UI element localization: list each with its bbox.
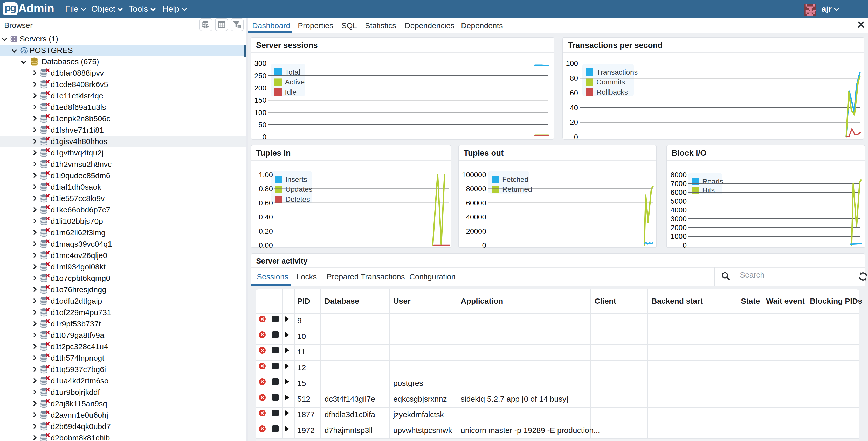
svg-text:0.00: 0.00 [259, 241, 273, 248]
svg-text:Total: Total [285, 68, 300, 76]
svg-text:60: 60 [570, 89, 578, 97]
svg-text:Updates: Updates [285, 185, 312, 193]
svg-text:100000: 100000 [462, 171, 486, 179]
svg-text:8000: 8000 [671, 171, 687, 179]
svg-text:50: 50 [258, 121, 267, 129]
svg-text:Returned: Returned [502, 185, 532, 193]
svg-text:5000: 5000 [671, 197, 687, 205]
svg-text:20000: 20000 [466, 227, 486, 235]
svg-text:Reads: Reads [702, 177, 723, 185]
svg-text:40000: 40000 [466, 213, 486, 221]
svg-text:100: 100 [566, 59, 578, 67]
svg-text:1000: 1000 [671, 232, 687, 240]
svg-text:Rollbacks: Rollbacks [596, 88, 628, 96]
svg-text:60000: 60000 [466, 199, 486, 207]
svg-text:Active: Active [285, 78, 305, 86]
svg-text:6000: 6000 [671, 189, 687, 196]
svg-text:0: 0 [683, 241, 687, 248]
svg-text:0: 0 [262, 133, 267, 140]
svg-text:200: 200 [254, 84, 267, 92]
svg-text:4000: 4000 [671, 206, 687, 214]
svg-text:Hits: Hits [702, 186, 715, 194]
svg-text:0: 0 [482, 241, 486, 248]
svg-text:0.80: 0.80 [259, 185, 273, 193]
svg-text:150: 150 [254, 96, 267, 104]
svg-text:Inserts: Inserts [285, 175, 307, 183]
svg-text:3000: 3000 [671, 215, 687, 223]
svg-text:Fetched: Fetched [502, 175, 528, 183]
svg-text:100: 100 [254, 108, 267, 116]
svg-text:40: 40 [570, 104, 578, 112]
svg-text:80000: 80000 [466, 185, 486, 193]
svg-text:0.40: 0.40 [259, 213, 273, 221]
svg-text:0: 0 [574, 133, 578, 140]
svg-text:300: 300 [254, 59, 267, 67]
svg-text:Transactions: Transactions [596, 68, 638, 76]
svg-text:Commits: Commits [596, 78, 625, 86]
svg-text:0.60: 0.60 [259, 199, 273, 207]
svg-text:2000: 2000 [671, 224, 687, 232]
svg-text:250: 250 [254, 72, 267, 80]
svg-text:Deletes: Deletes [285, 195, 310, 203]
svg-text:1.00: 1.00 [259, 171, 273, 179]
svg-text:20: 20 [570, 118, 578, 126]
svg-text:7000: 7000 [671, 179, 687, 188]
svg-text:80: 80 [570, 74, 578, 82]
svg-text:0.20: 0.20 [259, 227, 273, 235]
svg-text:Idle: Idle [285, 88, 297, 96]
